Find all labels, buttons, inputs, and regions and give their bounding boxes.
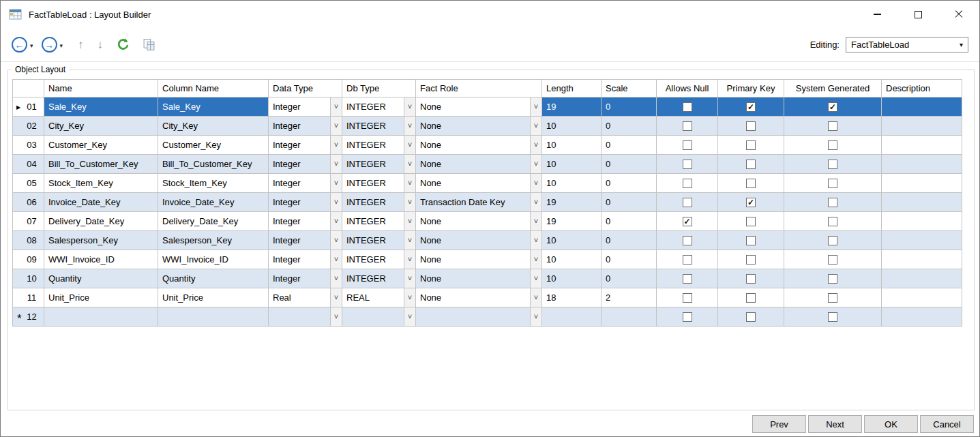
cell-length[interactable]: 19 <box>542 193 602 212</box>
db-type-combobox[interactable]: ˅ <box>342 307 415 326</box>
cell-db-type[interactable]: INTEGER˅ <box>342 136 416 155</box>
back-button[interactable]: ← <box>12 37 27 52</box>
cell-fact-role[interactable]: None˅ <box>416 155 542 174</box>
cell-description[interactable] <box>882 250 962 269</box>
row-selector[interactable]: 11 <box>13 288 44 307</box>
cell-db-type[interactable]: INTEGER˅ <box>342 212 416 231</box>
fact-role-combobox[interactable]: ˅ <box>416 307 541 326</box>
db-type-combobox[interactable]: REAL˅ <box>342 288 415 307</box>
minimize-button[interactable] <box>857 1 897 28</box>
row-selector[interactable]: 08 <box>13 231 44 250</box>
cell-primary-key[interactable] <box>718 231 784 250</box>
cell-description[interactable] <box>882 307 962 327</box>
allows-null-checkbox[interactable] <box>683 236 692 245</box>
cell-data-type[interactable]: ˅ <box>269 307 342 327</box>
cell-scale[interactable]: 2 <box>602 288 657 307</box>
cell-length[interactable]: 10 <box>542 269 602 288</box>
allows-null-checkbox[interactable] <box>683 198 692 207</box>
primary-key-checkbox[interactable] <box>746 160 756 169</box>
column-header-description[interactable]: Description <box>882 80 962 97</box>
db-type-combobox[interactable]: INTEGER˅ <box>342 136 415 154</box>
db-type-combobox[interactable]: INTEGER˅ <box>342 193 415 211</box>
cell-allows-null[interactable]: ✓ <box>657 212 718 231</box>
fact-role-combobox[interactable]: Transaction Date Key˅ <box>416 193 541 211</box>
cell-db-type[interactable]: INTEGER˅ <box>342 250 416 269</box>
cell-data-type[interactable]: Integer˅ <box>269 250 342 269</box>
db-type-combobox[interactable]: INTEGER˅ <box>342 250 415 269</box>
allows-null-checkbox[interactable] <box>683 179 692 188</box>
cell-fact-role[interactable]: None˅ <box>416 288 542 307</box>
dropdown-button[interactable]: ˅ <box>404 155 415 173</box>
row-selector[interactable]: 04 <box>13 155 44 174</box>
cell-fact-role[interactable]: None˅ <box>416 212 542 231</box>
system-generated-checkbox[interactable] <box>828 236 837 245</box>
dropdown-button[interactable]: ˅ <box>404 193 415 211</box>
primary-key-checkbox[interactable] <box>746 140 756 150</box>
cell-scale[interactable]: 0 <box>602 193 657 212</box>
dropdown-button[interactable]: ˅ <box>330 269 342 288</box>
allows-null-checkbox[interactable] <box>683 102 692 112</box>
cell-description[interactable] <box>882 97 962 117</box>
cell-allows-null[interactable] <box>657 136 718 155</box>
dropdown-button[interactable]: ˅ <box>404 250 415 269</box>
cell-length[interactable]: 18 <box>542 288 602 307</box>
cell-primary-key[interactable] <box>718 269 784 288</box>
db-type-combobox[interactable]: INTEGER˅ <box>342 155 415 173</box>
cell-data-type[interactable]: Integer˅ <box>269 231 342 250</box>
data-type-combobox[interactable]: Integer˅ <box>269 174 342 192</box>
cell-length[interactable]: 10 <box>542 117 602 136</box>
cell-description[interactable] <box>882 117 962 136</box>
fact-role-combobox[interactable]: None˅ <box>416 288 541 307</box>
system-generated-checkbox[interactable] <box>828 160 837 169</box>
refresh-button[interactable] <box>116 37 130 52</box>
cell-name[interactable]: Sale_Key <box>44 97 158 117</box>
allows-null-checkbox[interactable] <box>683 255 692 265</box>
dropdown-button[interactable]: ˅ <box>530 307 541 326</box>
cell-scale[interactable]: 0 <box>602 231 657 250</box>
primary-key-checkbox[interactable] <box>746 293 756 303</box>
dropdown-button[interactable]: ˅ <box>330 155 342 173</box>
cell-name[interactable]: Invoice_Date_Key <box>44 193 158 212</box>
move-up-button[interactable]: ↑ <box>78 38 84 52</box>
cancel-button[interactable]: Cancel <box>920 415 974 433</box>
dropdown-button[interactable]: ˅ <box>530 269 541 288</box>
cell-column-name[interactable]: Delivery_Date_Key <box>158 212 269 231</box>
maximize-button[interactable] <box>897 1 938 28</box>
dropdown-button[interactable]: ˅ <box>330 307 342 326</box>
column-header-db-type[interactable]: Db Type <box>342 80 416 97</box>
db-type-combobox[interactable]: INTEGER˅ <box>342 231 415 250</box>
cell-data-type[interactable]: Integer˅ <box>269 212 342 231</box>
row-selector[interactable]: 09 <box>13 250 44 269</box>
db-type-combobox[interactable]: INTEGER˅ <box>342 97 415 116</box>
cell-primary-key[interactable]: ✓ <box>718 193 784 212</box>
cell-system-generated[interactable] <box>784 193 882 212</box>
cell-system-generated[interactable] <box>784 136 882 155</box>
column-header-primary-key[interactable]: Primary Key <box>718 80 784 97</box>
dropdown-button[interactable]: ˅ <box>404 136 415 154</box>
cell-db-type[interactable]: INTEGER˅ <box>342 155 416 174</box>
fact-role-combobox[interactable]: None˅ <box>416 269 541 288</box>
cell-scale[interactable]: 0 <box>602 250 657 269</box>
data-type-combobox[interactable]: Integer˅ <box>269 231 342 250</box>
cell-fact-role[interactable]: Transaction Date Key˅ <box>416 193 542 212</box>
system-generated-checkbox[interactable] <box>828 312 837 322</box>
cell-scale[interactable]: 0 <box>602 155 657 174</box>
cell-scale[interactable]: 0 <box>602 212 657 231</box>
allows-null-checkbox[interactable] <box>683 160 692 169</box>
primary-key-checkbox[interactable] <box>746 217 756 226</box>
cell-system-generated[interactable] <box>784 250 882 269</box>
cell-scale[interactable] <box>602 307 657 327</box>
cell-data-type[interactable]: Integer˅ <box>269 97 342 117</box>
system-generated-checkbox[interactable] <box>828 255 837 265</box>
cell-scale[interactable]: 0 <box>602 269 657 288</box>
row-selector[interactable]: *12 <box>13 307 44 327</box>
dropdown-button[interactable]: ˅ <box>330 231 342 250</box>
forward-button[interactable]: → <box>42 37 57 52</box>
cell-name[interactable]: WWI_Invoice_ID <box>44 250 158 269</box>
allows-null-checkbox[interactable] <box>683 140 692 150</box>
db-type-combobox[interactable]: INTEGER˅ <box>342 117 415 135</box>
cell-name[interactable]: Quantity <box>44 269 158 288</box>
column-header-column-name[interactable]: Column Name <box>158 80 269 97</box>
dropdown-button[interactable]: ˅ <box>530 136 541 154</box>
cell-allows-null[interactable] <box>657 97 718 117</box>
